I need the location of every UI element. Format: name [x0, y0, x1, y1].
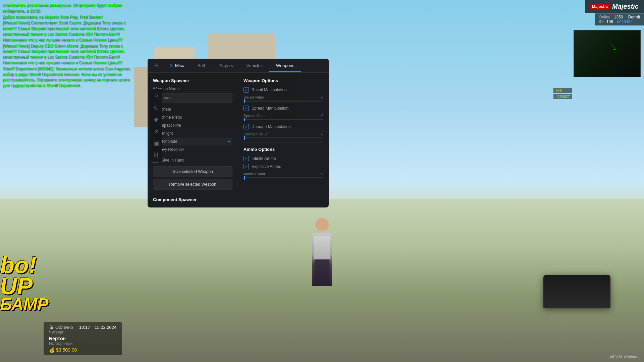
- money-amount: $3 500,00: [56, 347, 77, 353]
- chat-line: [Weasel News] Deputy CEO Grenn Moore: Дя…: [3, 43, 131, 66]
- spread-slider[interactable]: [244, 119, 323, 120]
- menu-logo-icon[interactable]: H: [150, 59, 163, 72]
- menu-content: Weapon Spawner Weapon Name Machete Machi…: [148, 73, 329, 207]
- spread-slider-thumb: [244, 118, 245, 121]
- server-logo-x: Majestic: [590, 4, 609, 10]
- ammo-options-title: Ammo Options: [244, 147, 323, 152]
- chat-line: Добро пожаловать на Majestic Role Play, …: [3, 14, 131, 20]
- online-label: Online:: [599, 15, 611, 19]
- main-menu: H ✕ Misc Self Players Vehicles Weapons W…: [148, 59, 329, 207]
- ammo-count-row: Ammo Count 0: [244, 172, 323, 176]
- day-display: Четверг: [49, 330, 116, 335]
- sidebar-icons: ⌂ ◎ ◉ ✕ ▣ ⛓: [150, 89, 162, 161]
- tab-misc[interactable]: ✕ Misc: [163, 59, 191, 72]
- server-location: Detroit: [628, 15, 640, 19]
- spread-value-label: Spread Value: [244, 114, 266, 118]
- recoil-slider-thumb: [244, 99, 245, 103]
- recoil-slider[interactable]: [244, 101, 323, 102]
- recoil-value-number: 0: [321, 95, 323, 99]
- money-icon: 💰: [49, 347, 55, 353]
- altv-branding: alt:V Multiplayer: [610, 355, 639, 359]
- damage-manipulation-row: Damage Manipulation: [244, 124, 323, 129]
- damage-value-number: 0: [321, 132, 323, 136]
- damage-manipulation-label: Damage Manipulation: [252, 124, 291, 129]
- explosive-ammo-row: Explosive Ammo: [244, 164, 323, 169]
- explosive-ammo-label: Explosive Ammo: [252, 164, 281, 169]
- sidebar-eye-icon[interactable]: ◉: [150, 113, 162, 125]
- sidebar-link-icon[interactable]: ⛓: [150, 149, 162, 161]
- weather-icon: 🌤: [49, 325, 53, 330]
- explosive-ammo-checkbox[interactable]: [244, 164, 249, 169]
- menu-tabs: H ✕ Misc Self Players Vehicles Weapons: [148, 59, 329, 73]
- player-id: 196: [606, 19, 613, 24]
- give-in-hand-label: Give In Hand: [161, 158, 184, 163]
- recoil-manipulation-row: Recoil Manipulation: [244, 87, 323, 93]
- player-info-panel: 🌤 Облачно 10:17 15.02.2024 Четверг Берто…: [44, 322, 122, 355]
- server-info: Online: 1350 Detroit ID: 196 #216482: [595, 13, 644, 25]
- tab-weapons[interactable]: Weapons: [269, 59, 301, 72]
- vehicle: [543, 275, 610, 308]
- tab-players[interactable]: Players: [212, 59, 239, 72]
- chat-line: становитесь участником розыгрыша. 28 фев…: [3, 3, 131, 14]
- id-label: ID:: [599, 19, 604, 24]
- infinite-ammo-label: Infinite Ammo: [252, 156, 276, 161]
- weapon-options-panel: Weapon Options Recoil Manipulation Recoi…: [238, 73, 329, 207]
- infinite-ammo-checkbox[interactable]: [244, 156, 249, 161]
- active-indicator: [228, 141, 230, 142]
- player-character: [302, 218, 342, 312]
- give-weapon-button[interactable]: Give selected Weapon: [153, 166, 232, 177]
- spread-manipulation-row: Spread Manipulation: [244, 106, 323, 111]
- damage-slider-thumb: [244, 136, 245, 140]
- give-in-hand-row: Give In Hand: [153, 158, 232, 163]
- weapon-item-switchblade[interactable]: Switchblade: [153, 137, 232, 145]
- weapon-item-heavy-revolver[interactable]: Heavy Revolver: [153, 145, 232, 154]
- chat-line: [Weasel News] Соответствует Scott Castro…: [3, 20, 131, 43]
- damage-manipulation-checkbox[interactable]: [244, 124, 249, 129]
- weapon-options-title: Weapon Options: [244, 78, 323, 83]
- weapon-item-machete[interactable]: Machete: [153, 105, 232, 113]
- remove-weapon-button[interactable]: Remove selected Weapon: [153, 179, 232, 190]
- weapon-name-label: Weapon Name: [153, 86, 232, 91]
- weapon-spawner-title: Weapon Spawner: [153, 78, 232, 83]
- sidebar-cross-icon[interactable]: ✕: [150, 125, 162, 137]
- infinite-ammo-row: Infinite Ammo: [244, 156, 323, 161]
- sidebar-home-icon[interactable]: ⌂: [150, 89, 162, 101]
- component-spawner-title: Component Spawner: [153, 197, 232, 202]
- online-count: 1350: [614, 15, 623, 19]
- tab-misc-label: Misc: [175, 63, 184, 68]
- player-tag: #216482: [617, 19, 633, 24]
- recoil-value-row: Recoil Value 0: [244, 95, 323, 99]
- server-logo-name: Majestic: [612, 3, 639, 10]
- date-display: 15.02.2024: [95, 325, 116, 330]
- weather-label: Облачно: [55, 325, 73, 330]
- recoil-value-label: Recoil Value: [244, 95, 264, 99]
- time-display: 10:17: [79, 325, 90, 330]
- spread-manipulation-checkbox[interactable]: [244, 106, 249, 111]
- player-coord: 659 #238827: [553, 88, 572, 99]
- weapon-name-input[interactable]: [153, 93, 232, 103]
- character-name: Бертон: [49, 336, 116, 341]
- ammo-count-slider[interactable]: [244, 177, 323, 178]
- server-logo: Majestic Majestic: [585, 0, 644, 13]
- ammo-count-label: Ammo Count: [244, 172, 265, 176]
- recoil-manipulation-checkbox[interactable]: [244, 87, 249, 93]
- weapon-item-flashlight[interactable]: Flashlight: [153, 129, 232, 137]
- weapon-list: Machete Machine Pistol Compact Rifle Fla…: [153, 105, 232, 154]
- spread-value-row: Spread Value 0: [244, 114, 323, 118]
- weapon-item-machine-pistol[interactable]: Machine Pistol: [153, 113, 232, 121]
- weapon-item-compact-rifle[interactable]: Compact Rifle: [153, 121, 232, 129]
- minimap: [574, 30, 641, 77]
- tab-self[interactable]: Self: [191, 59, 212, 72]
- sidebar-globe-icon[interactable]: ◎: [150, 101, 162, 113]
- character-role: Истборн-вэй: [49, 341, 116, 346]
- damage-slider[interactable]: [244, 137, 323, 138]
- ammo-count-slider-thumb: [244, 176, 245, 180]
- damage-value-label: Damage Value: [244, 132, 268, 136]
- game-logo: bo! UP БАМР: [0, 255, 67, 328]
- sidebar-folder-icon[interactable]: ▣: [150, 137, 162, 149]
- tab-vehicles[interactable]: Vehicles: [239, 59, 269, 72]
- spread-value-number: 0: [321, 114, 323, 118]
- spread-manipulation-label: Spread Manipulation: [252, 106, 288, 111]
- chat-overlay: становитесь участником розыгрыша. 28 фев…: [0, 0, 134, 92]
- chat-line: Sheriff Department [#08342]: Уважаемые ж…: [3, 66, 131, 88]
